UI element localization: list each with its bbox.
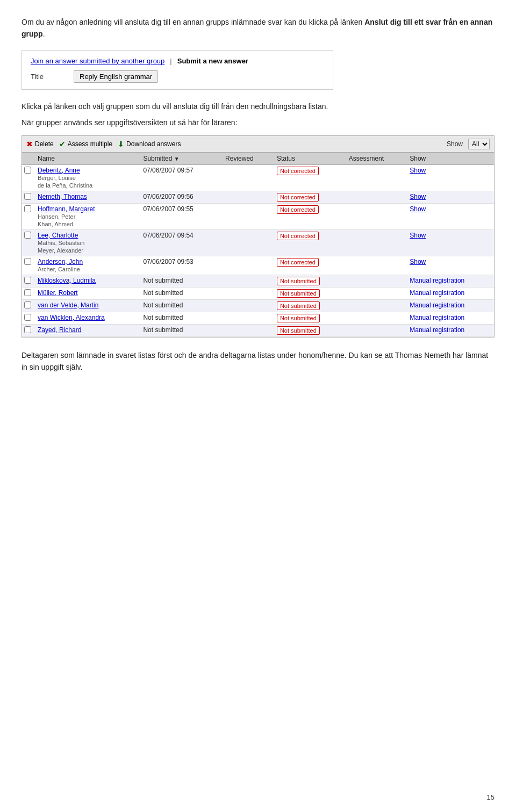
row-name-primary-link[interactable]: Anderson, John <box>38 258 83 265</box>
row-checkbox[interactable] <box>24 277 31 284</box>
title-row: Title Reply English grammar <box>31 70 324 83</box>
row-checkbox[interactable] <box>24 258 31 265</box>
row-name-tertiary: Khan, Ahmed <box>38 221 73 227</box>
table-row: Müller, RobertNot submittedNot submitted… <box>22 287 494 299</box>
delete-button[interactable]: ✖ Delete <box>26 140 54 148</box>
show-link[interactable]: Show <box>410 193 426 200</box>
row-show[interactable]: Manual registration <box>405 275 494 287</box>
table-row: Mikloskova, LudmilaNot submittedNot subm… <box>22 275 494 287</box>
row-submitted: 07/06/2007 09:56 <box>139 191 221 203</box>
row-show[interactable]: Show <box>405 203 494 229</box>
row-status: Not corrected <box>273 191 345 203</box>
row-status: Not submitted <box>273 275 345 287</box>
row-checkbox[interactable] <box>24 289 31 296</box>
row-assessment <box>345 312 406 324</box>
row-submitted: Not submitted <box>139 299 221 312</box>
row-submitted: 07/06/2007 09:55 <box>139 203 221 229</box>
row-checkbox[interactable] <box>24 301 31 308</box>
row-checkbox-cell <box>22 256 33 275</box>
status-badge: Not submitted <box>277 289 320 298</box>
row-name-cell: Deberitz, AnneBerger, Louisede la Peña, … <box>33 164 139 191</box>
header-submitted[interactable]: Submitted ▼ <box>139 153 221 165</box>
row-checkbox[interactable] <box>24 314 31 321</box>
reply-button[interactable]: Reply English grammar <box>74 70 158 83</box>
row-name-primary-link[interactable]: van der Velde, Martin <box>38 301 98 309</box>
row-checkbox-cell <box>22 312 33 324</box>
row-checkbox-cell <box>22 324 33 336</box>
row-show[interactable]: Manual registration <box>405 312 494 324</box>
submissions-table: Name Submitted ▼ Reviewed Status Assessm… <box>22 153 494 337</box>
download-label: Download answers <box>126 140 181 148</box>
show-link[interactable]: Show <box>410 167 426 174</box>
row-submitted: Not submitted <box>139 275 221 287</box>
table-row: Deberitz, AnneBerger, Louisede la Peña, … <box>22 164 494 191</box>
join-answer-box: Join an answer submitted by another grou… <box>22 50 333 90</box>
row-show[interactable]: Show <box>405 256 494 275</box>
row-show[interactable]: Manual registration <box>405 324 494 336</box>
row-checkbox[interactable] <box>24 193 31 200</box>
manual-registration-link[interactable]: Manual registration <box>410 301 464 309</box>
manual-registration-link[interactable]: Manual registration <box>410 326 464 334</box>
row-show[interactable]: Show <box>405 191 494 203</box>
show-link[interactable]: Show <box>410 232 426 239</box>
show-link[interactable]: Show <box>410 258 426 265</box>
row-status: Not corrected <box>273 203 345 229</box>
row-reviewed <box>221 229 273 256</box>
row-name-primary-link[interactable]: Lee, Charlotte <box>38 232 78 239</box>
table-row: van der Velde, MartinNot submittedNot su… <box>22 299 494 312</box>
status-badge: Not submitted <box>277 314 320 322</box>
title-label: Title <box>31 73 63 81</box>
row-show[interactable]: Show <box>405 229 494 256</box>
row-name-cell: Nemeth, Thomas <box>33 191 139 203</box>
row-name-primary-link[interactable]: Mikloskova, Ludmila <box>38 277 96 284</box>
download-answers-button[interactable]: ⬇ Download answers <box>118 140 181 148</box>
table-body: Deberitz, AnneBerger, Louisede la Peña, … <box>22 164 494 336</box>
row-checkbox[interactable] <box>24 205 31 212</box>
table-row: Anderson, JohnArcher, Caroline07/06/2007… <box>22 256 494 275</box>
assess-multiple-button[interactable]: ✔ Assess multiple <box>59 140 112 148</box>
row-name-primary-link[interactable]: Nemeth, Thomas <box>38 193 87 200</box>
manual-registration-link[interactable]: Manual registration <box>410 314 464 321</box>
section-heading: När grupper används ser uppgiftsöversikt… <box>22 117 494 128</box>
show-link[interactable]: Show <box>410 205 426 213</box>
delete-label: Delete <box>35 140 54 148</box>
row-show[interactable]: Manual registration <box>405 287 494 299</box>
table-row: Lee, CharlotteMathis, SebastianMeyer, Al… <box>22 229 494 256</box>
status-badge: Not submitted <box>277 301 320 310</box>
row-checkbox-cell <box>22 299 33 312</box>
row-checkbox[interactable] <box>24 326 31 333</box>
submit-new-label: Submit a new answer <box>177 57 248 65</box>
row-checkbox-cell <box>22 203 33 229</box>
join-link[interactable]: Join an answer submitted by another grou… <box>31 57 164 65</box>
row-name-cell: Anderson, JohnArcher, Caroline <box>33 256 139 275</box>
manual-registration-link[interactable]: Manual registration <box>410 289 464 297</box>
row-assessment <box>345 164 406 191</box>
row-status: Not submitted <box>273 324 345 336</box>
row-name-primary-link[interactable]: Deberitz, Anne <box>38 167 80 174</box>
row-name-secondary: Archer, Caroline <box>38 266 80 272</box>
assess-icon: ✔ <box>59 140 66 148</box>
delete-icon: ✖ <box>26 140 33 148</box>
manual-registration-link[interactable]: Manual registration <box>410 277 464 284</box>
row-name-primary-link[interactable]: van Wicklen, Alexandra <box>38 314 105 321</box>
row-show[interactable]: Manual registration <box>405 299 494 312</box>
row-submitted: Not submitted <box>139 287 221 299</box>
row-name-primary-link[interactable]: Zayed, Richard <box>38 326 81 334</box>
show-select[interactable]: All <box>468 139 490 149</box>
row-show[interactable]: Show <box>405 164 494 191</box>
download-icon: ⬇ <box>118 140 124 148</box>
status-badge: Not submitted <box>277 277 320 285</box>
row-reviewed <box>221 256 273 275</box>
row-name-primary-link[interactable]: Müller, Robert <box>38 289 78 297</box>
row-name-primary-link[interactable]: Hoffmann, Margaret <box>38 205 95 213</box>
row-status: Not submitted <box>273 299 345 312</box>
row-checkbox[interactable] <box>24 232 31 239</box>
row-checkbox-cell <box>22 191 33 203</box>
row-name-secondary: Mathis, Sebastian <box>38 240 84 246</box>
row-reviewed <box>221 299 273 312</box>
row-reviewed <box>221 203 273 229</box>
middle-paragraph: Klicka på länken och välj gruppen som du… <box>22 100 494 112</box>
footer-text1: Deltagaren som lämnade in svaret listas … <box>22 351 347 360</box>
row-checkbox[interactable] <box>24 167 31 174</box>
status-badge: Not submitted <box>277 326 320 335</box>
